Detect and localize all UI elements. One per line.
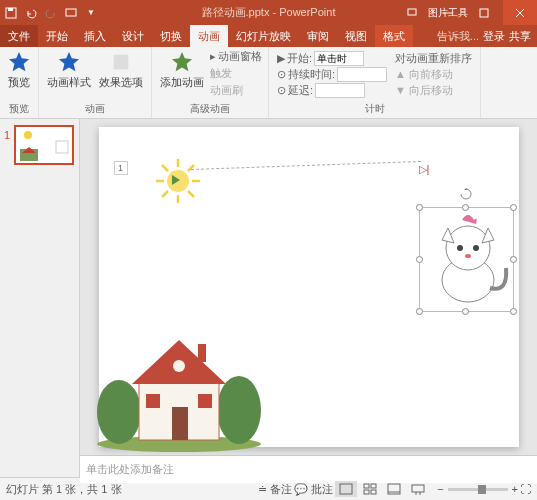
play-icon: ▶ bbox=[277, 52, 285, 65]
start-select[interactable] bbox=[314, 51, 364, 66]
tab-design[interactable]: 设计 bbox=[114, 25, 152, 47]
save-icon[interactable] bbox=[4, 6, 18, 20]
resize-handle[interactable] bbox=[416, 204, 423, 211]
ribbon-group-timing: ▶开始: ⊙持续时间: ⊙延迟: 对动画重新排序 ▲ 向前移动 ▼ 向后移动 计… bbox=[269, 47, 481, 118]
preview-button[interactable]: 预览 bbox=[6, 49, 32, 92]
resize-handle[interactable] bbox=[510, 204, 517, 211]
close-button[interactable] bbox=[503, 0, 537, 25]
trigger-button: 触发 bbox=[210, 66, 262, 81]
svg-line-21 bbox=[162, 165, 168, 171]
star-icon bbox=[58, 51, 80, 73]
ribbon-options-icon[interactable] bbox=[395, 0, 429, 25]
redo-icon[interactable] bbox=[44, 6, 58, 20]
group-label-animation: 动画 bbox=[45, 101, 145, 116]
tab-insert[interactable]: 插入 bbox=[76, 25, 114, 47]
svg-point-35 bbox=[217, 376, 261, 444]
add-animation-button[interactable]: 添加动画 bbox=[158, 49, 206, 92]
reorder-title: 对动画重新排序 bbox=[395, 51, 472, 66]
resize-handle[interactable] bbox=[510, 308, 517, 315]
tab-transitions[interactable]: 切换 bbox=[152, 25, 190, 47]
svg-rect-38 bbox=[172, 407, 188, 440]
svg-point-27 bbox=[446, 226, 490, 270]
svg-rect-43 bbox=[340, 484, 352, 494]
slide-area: 1 ▷| bbox=[80, 119, 537, 477]
svg-rect-5 bbox=[480, 9, 488, 17]
thumb-preview-icon bbox=[16, 127, 72, 163]
tab-view[interactable]: 视图 bbox=[337, 25, 375, 47]
tab-review[interactable]: 审阅 bbox=[299, 25, 337, 47]
resize-handle[interactable] bbox=[416, 308, 423, 315]
motion-path-line[interactable] bbox=[190, 161, 420, 170]
tab-format[interactable]: 格式 bbox=[375, 25, 413, 47]
tab-slideshow[interactable]: 幻灯片放映 bbox=[228, 25, 299, 47]
duration-input[interactable] bbox=[337, 67, 387, 82]
effect-options-label: 效果选项 bbox=[99, 75, 143, 90]
reading-view-button[interactable] bbox=[383, 481, 405, 497]
share-button[interactable]: 共享 bbox=[509, 29, 531, 44]
delay-label: 延迟: bbox=[288, 83, 313, 98]
delay-icon: ⊙ bbox=[277, 84, 286, 97]
tab-file[interactable]: 文件 bbox=[0, 25, 38, 47]
svg-point-32 bbox=[465, 254, 471, 258]
resize-handle[interactable] bbox=[462, 308, 469, 315]
zoom-slider[interactable] bbox=[448, 488, 508, 491]
resize-handle[interactable] bbox=[416, 256, 423, 263]
comments-toggle[interactable]: 💬 批注 bbox=[294, 482, 333, 497]
zoom-out-button[interactable]: − bbox=[437, 483, 443, 495]
group-label-timing: 计时 bbox=[275, 101, 474, 116]
qat-dropdown-icon[interactable]: ▼ bbox=[84, 6, 98, 20]
group-label-preview: 预览 bbox=[6, 101, 32, 116]
slide-thumbnail-1[interactable]: 1 bbox=[14, 125, 74, 165]
title-bar: ▼ 路径动画.pptx - PowerPoint 图片工具 bbox=[0, 0, 537, 25]
move-earlier-button: ▲ 向前移动 bbox=[395, 67, 472, 82]
resize-handle[interactable] bbox=[510, 256, 517, 263]
svg-rect-3 bbox=[408, 9, 416, 15]
svg-line-22 bbox=[188, 191, 194, 197]
svg-point-12 bbox=[24, 131, 32, 139]
delay-input[interactable] bbox=[315, 83, 365, 98]
maximize-button[interactable] bbox=[467, 0, 501, 25]
effect-options-button: 效果选项 bbox=[97, 49, 145, 92]
motion-path-start-icon[interactable] bbox=[172, 175, 180, 185]
svg-marker-11 bbox=[172, 52, 192, 71]
tab-animations[interactable]: 动画 bbox=[190, 25, 228, 47]
animation-painter-button: 动画刷 bbox=[210, 83, 262, 98]
svg-point-41 bbox=[173, 360, 185, 372]
fit-to-window-button[interactable]: ⛶ bbox=[520, 483, 531, 495]
add-star-icon bbox=[171, 51, 193, 73]
rotate-handle-icon[interactable] bbox=[460, 188, 472, 200]
svg-line-24 bbox=[162, 191, 168, 197]
clock-icon: ⊙ bbox=[277, 68, 286, 81]
duration-label: 持续时间: bbox=[288, 67, 335, 82]
house-image[interactable] bbox=[94, 322, 264, 452]
notes-toggle[interactable]: ≐ 备注 bbox=[258, 482, 292, 497]
slideshow-view-button[interactable] bbox=[407, 481, 429, 497]
tab-home[interactable]: 开始 bbox=[38, 25, 76, 47]
main-area: 1 1 bbox=[0, 119, 537, 477]
svg-rect-50 bbox=[412, 485, 424, 492]
undo-icon[interactable] bbox=[24, 6, 38, 20]
svg-rect-46 bbox=[364, 490, 369, 494]
animation-pane-button[interactable]: ▸动画窗格 bbox=[210, 49, 262, 64]
cat-icon bbox=[420, 208, 515, 313]
svg-rect-2 bbox=[66, 9, 76, 16]
slideshow-icon[interactable] bbox=[64, 6, 78, 20]
animation-styles-button[interactable]: 动画样式 bbox=[45, 49, 93, 92]
selected-image-cat[interactable] bbox=[419, 207, 514, 312]
motion-path-end-icon[interactable]: ▷| bbox=[419, 163, 430, 176]
ribbon-group-advanced: 添加动画 ▸动画窗格 触发 动画刷 高级动画 bbox=[152, 47, 269, 118]
window-controls bbox=[395, 0, 537, 25]
effect-icon bbox=[110, 51, 132, 73]
normal-view-button[interactable] bbox=[335, 481, 357, 497]
animation-order-tag[interactable]: 1 bbox=[114, 161, 128, 175]
zoom-in-button[interactable]: + bbox=[512, 483, 518, 495]
menu-bar: 文件 开始 插入 设计 切换 动画 幻灯片放映 审阅 视图 格式 告诉我... … bbox=[0, 25, 537, 47]
resize-handle[interactable] bbox=[462, 204, 469, 211]
tell-me-search[interactable]: 告诉我... bbox=[437, 29, 479, 44]
notes-pane[interactable]: 单击此处添加备注 bbox=[80, 455, 537, 483]
minimize-button[interactable] bbox=[431, 0, 465, 25]
slide-counter: 幻灯片 第 1 张，共 1 张 bbox=[6, 482, 122, 497]
sorter-view-button[interactable] bbox=[359, 481, 381, 497]
login-link[interactable]: 登录 bbox=[483, 29, 505, 44]
slide-canvas[interactable]: 1 ▷| bbox=[99, 127, 519, 447]
